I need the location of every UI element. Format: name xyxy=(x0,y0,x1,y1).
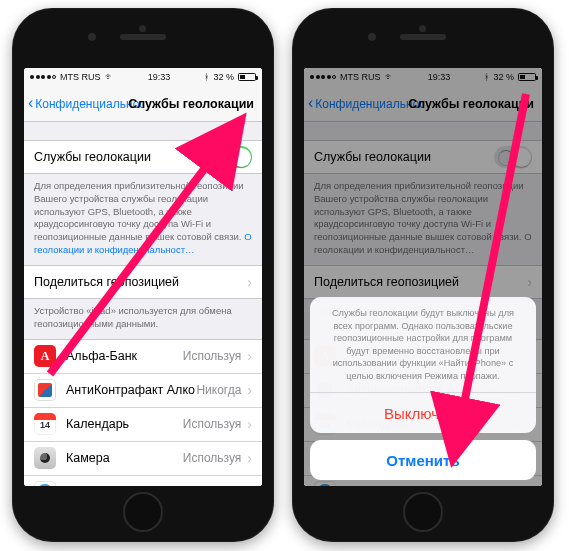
home-button[interactable] xyxy=(403,492,443,532)
app-row[interactable]: Календарь Используя › xyxy=(24,407,262,441)
wifi-icon: ᯤ xyxy=(105,72,114,82)
app-status: Используя xyxy=(183,451,242,465)
screen-left: MTS RUS ᯤ 19:33 ᚼ 32 % ‹ Конфиденциально… xyxy=(24,68,262,486)
chevron-right-icon: › xyxy=(247,274,252,290)
cancel-button[interactable]: Отменить xyxy=(310,440,536,480)
app-row[interactable]: Альфа-Банк Используя › xyxy=(24,339,262,373)
app-icon-anticontrafact xyxy=(34,379,56,401)
app-icon-safari xyxy=(34,481,56,486)
chevron-right-icon: › xyxy=(247,484,252,486)
chevron-right-icon: › xyxy=(247,416,252,432)
app-name: Сайты Safari xyxy=(66,485,183,486)
app-name: Камера xyxy=(66,451,183,465)
app-name: Календарь xyxy=(66,417,183,431)
carrier-label: MTS RUS xyxy=(60,72,101,82)
location-explain: Для определения приблизительной геопозиц… xyxy=(24,174,262,265)
app-icon-calendar xyxy=(34,413,56,435)
battery-icon xyxy=(238,73,256,81)
app-row[interactable]: Камера Используя › xyxy=(24,441,262,475)
sheet-message: Службы геолокации будут выключены для вс… xyxy=(310,297,536,393)
app-status: Используя xyxy=(183,485,242,486)
location-services-toggle[interactable] xyxy=(214,146,252,168)
app-name: Альфа-Банк xyxy=(66,349,183,363)
share-location-label: Поделиться геопозицией xyxy=(34,275,245,289)
chevron-right-icon: › xyxy=(247,450,252,466)
battery-pct: 32 % xyxy=(213,72,234,82)
clock: 19:33 xyxy=(148,72,171,82)
app-status: Используя xyxy=(183,417,242,431)
app-status: Никогда xyxy=(196,383,241,397)
location-services-label: Службы геолокации xyxy=(34,150,214,164)
signal-icon xyxy=(30,75,56,79)
iphone-frame-right: MTS RUS ᯤ 19:33 ᚼ 32 % ‹ Конфиденциально… xyxy=(292,8,554,542)
app-icon-alfa xyxy=(34,345,56,367)
content-left: Службы геолокации Для определения прибли… xyxy=(24,122,262,486)
screen-right: MTS RUS ᯤ 19:33 ᚼ 32 % ‹ Конфиденциально… xyxy=(304,68,542,486)
iphone-frame-left: MTS RUS ᯤ 19:33 ᚼ 32 % ‹ Конфиденциально… xyxy=(12,8,274,542)
app-row[interactable]: АнтиКонтрафакт Алко Никогда › xyxy=(24,373,262,407)
location-services-row[interactable]: Службы геолокации xyxy=(24,140,262,174)
app-row[interactable]: Сайты Safari Используя › xyxy=(24,475,262,487)
app-name: АнтиКонтрафакт Алко xyxy=(66,383,196,397)
chevron-right-icon: › xyxy=(247,382,252,398)
chevron-right-icon: › xyxy=(247,348,252,364)
home-button[interactable] xyxy=(123,492,163,532)
nav-bar: ‹ Конфиденциальность Службы геолокации xyxy=(24,86,262,122)
app-status: Используя xyxy=(183,349,242,363)
turn-off-button[interactable]: Выключить xyxy=(310,393,536,433)
app-icon-camera xyxy=(34,447,56,469)
page-title: Службы геолокации xyxy=(128,97,254,111)
status-bar: MTS RUS ᯤ 19:33 ᚼ 32 % xyxy=(24,68,262,86)
action-sheet: Службы геолокации будут выключены для вс… xyxy=(310,297,536,480)
share-location-row[interactable]: Поделиться геопозицией › xyxy=(24,265,262,299)
chevron-left-icon: ‹ xyxy=(28,96,33,111)
share-location-footer: Устройство «iPad» используется для обмен… xyxy=(24,299,262,339)
bluetooth-icon: ᚼ xyxy=(204,72,209,82)
back-button[interactable]: ‹ Конфиденциальность xyxy=(24,96,144,112)
